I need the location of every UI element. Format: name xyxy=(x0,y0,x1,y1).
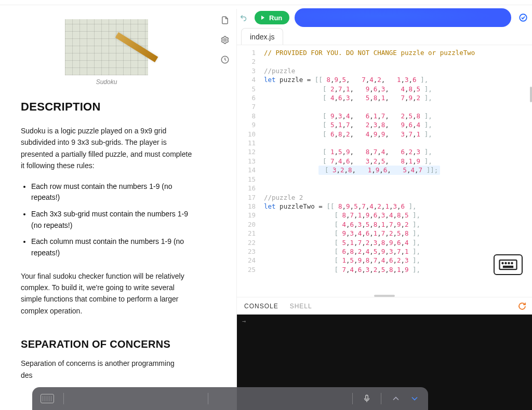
rules-list: Each row must contain the numbers 1-9 (n… xyxy=(21,181,192,259)
sudoku-image xyxy=(65,19,148,75)
history-icon[interactable] xyxy=(220,54,230,65)
undo-icon[interactable] xyxy=(238,12,249,23)
dock-nav xyxy=(391,393,420,404)
divider xyxy=(352,393,353,404)
cutoff-paragraph: Separation of concerns is another progra… xyxy=(21,358,192,381)
tab-indexjs[interactable]: index.js xyxy=(241,28,283,45)
svg-point-0 xyxy=(223,39,226,42)
gear-icon[interactable] xyxy=(220,35,230,45)
svg-point-5 xyxy=(505,263,506,264)
rule-item: Each column must contain the numbers 1-9… xyxy=(31,236,192,258)
svg-rect-8 xyxy=(503,266,513,267)
svg-point-4 xyxy=(502,263,503,264)
ide-icon-rail xyxy=(213,9,237,410)
tab-shell[interactable]: SHELL xyxy=(290,303,312,310)
toolbar: Run xyxy=(237,9,532,26)
rule-item: Each row must contain the numbers 1-9 (n… xyxy=(31,181,192,203)
annotation-blob xyxy=(295,8,511,27)
file-icon[interactable] xyxy=(220,15,230,25)
svg-rect-9 xyxy=(366,395,368,399)
code-editor[interactable]: 1234567891011121314151617181920212223242… xyxy=(237,45,532,297)
intro-paragraph: Sudoku is a logic puzzle played on a 9x9… xyxy=(21,125,192,172)
heading-description: DESCRIPTION xyxy=(21,100,192,114)
heading-separation: SEPARATION OF CONCERNS xyxy=(21,338,192,350)
line-gutter: 1234567891011121314151617181920212223242… xyxy=(237,45,260,297)
svg-point-7 xyxy=(511,263,512,264)
run-label: Run xyxy=(269,14,282,22)
divider xyxy=(381,393,381,404)
divider xyxy=(63,393,64,404)
resize-handle[interactable] xyxy=(374,295,395,297)
chevron-up-icon[interactable] xyxy=(391,393,401,404)
description-panel: Sudoku DESCRIPTION Sudoku is a logic puz… xyxy=(0,9,213,410)
image-caption: Sudoku xyxy=(21,78,192,86)
rule-item: Each 3x3 sub-grid must contain the numbe… xyxy=(31,209,192,231)
tab-console[interactable]: CONSOLE xyxy=(244,303,278,310)
check-icon[interactable] xyxy=(518,13,528,22)
keyboard-icon[interactable] xyxy=(494,254,523,275)
chevron-down-icon[interactable] xyxy=(409,393,420,404)
dock-keyboard-icon[interactable] xyxy=(41,394,54,403)
editor-tabs: index.js xyxy=(237,26,532,45)
explain-paragraph: Your final sudoku checker function will … xyxy=(21,270,192,317)
run-button[interactable]: Run xyxy=(255,11,289,24)
refresh-icon[interactable] xyxy=(517,302,527,311)
mic-icon[interactable] xyxy=(362,394,371,403)
ide-panel: Run index.js 123456789101112131415161718… xyxy=(213,9,532,410)
code-body[interactable]: // PROVIDED FOR YOU. DO NOT CHANGE puzzl… xyxy=(260,45,532,297)
terminal-tabs: CONSOLE SHELL xyxy=(237,297,532,315)
raise-hand-link[interactable]: Raise Hand xyxy=(497,0,527,1)
bottom-dock xyxy=(32,387,428,410)
svg-point-6 xyxy=(508,263,509,264)
divider xyxy=(208,393,208,404)
console-prompt: → xyxy=(242,318,246,325)
